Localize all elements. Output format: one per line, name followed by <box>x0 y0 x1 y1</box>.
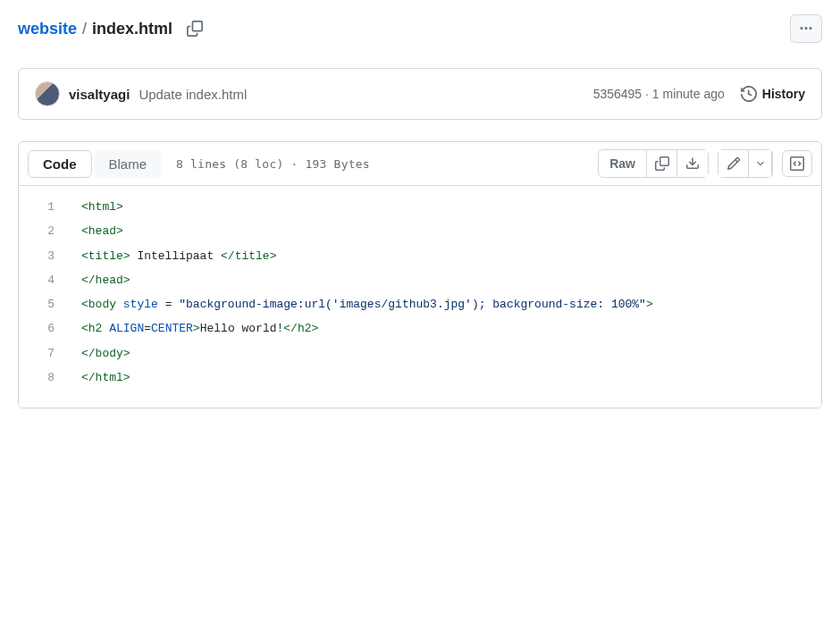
commit-right: 5356495 · 1 minute ago History <box>593 86 805 102</box>
line-content[interactable]: </head> <box>81 268 821 292</box>
commit-left: visaltyagi Update index.html <box>35 81 247 106</box>
line-number[interactable]: 4 <box>19 268 81 292</box>
commit-author[interactable]: visaltyagi <box>69 87 130 102</box>
line-content[interactable]: <head> <box>81 219 821 243</box>
code-line: 5<body style = "background-image:url('im… <box>19 292 821 316</box>
commit-sha[interactable]: 5356495 <box>593 87 643 101</box>
code-line: 4</head> <box>19 268 821 292</box>
line-content[interactable]: <body style = "background-image:url('ima… <box>81 292 821 316</box>
download-raw-button[interactable] <box>677 150 708 177</box>
history-icon <box>741 86 757 102</box>
breadcrumb-separator: / <box>82 20 87 38</box>
file-stats: 8 lines (8 loc) · 193 Bytes <box>176 157 370 171</box>
more-options-button[interactable]: ··· <box>790 14 822 43</box>
copy-icon <box>655 156 669 171</box>
line-content[interactable]: </html> <box>81 366 821 390</box>
header-row: website / index.html ··· <box>18 14 822 43</box>
tab-code[interactable]: Code <box>28 150 92 178</box>
code-line: 3<title> Intellipaat </title> <box>19 244 821 268</box>
line-number[interactable]: 3 <box>19 244 81 268</box>
avatar[interactable] <box>35 81 60 106</box>
toolbar-right: Raw <box>598 149 812 178</box>
raw-group: Raw <box>598 149 709 178</box>
tab-blame[interactable]: Blame <box>94 150 163 178</box>
line-number[interactable]: 2 <box>19 219 81 243</box>
meta-dot: · <box>645 87 652 101</box>
breadcrumb: website / index.html <box>18 17 206 40</box>
edit-dropdown-button[interactable] <box>749 150 772 177</box>
line-content[interactable]: <h2 ALIGN=CENTER>Hello world!</h2> <box>81 316 821 341</box>
symbols-button[interactable] <box>782 150 812 177</box>
code-square-icon <box>790 156 804 171</box>
copy-path-button[interactable] <box>183 17 206 40</box>
code-box: Code Blame 8 lines (8 loc) · 193 Bytes R… <box>18 141 822 408</box>
copy-icon <box>187 21 203 37</box>
history-link[interactable]: History <box>741 86 805 102</box>
pencil-icon <box>727 156 741 171</box>
line-number[interactable]: 5 <box>19 292 81 316</box>
commit-time: 1 minute ago <box>652 87 725 101</box>
toolbar-left: Code Blame 8 lines (8 loc) · 193 Bytes <box>28 150 370 178</box>
line-content[interactable]: <title> Intellipaat </title> <box>81 244 821 268</box>
code-line: 8</html> <box>19 366 821 390</box>
edit-group <box>718 149 773 178</box>
line-content[interactable]: <html> <box>81 195 821 219</box>
chevron-down-icon <box>755 158 766 169</box>
commit-message[interactable]: Update index.html <box>139 87 247 102</box>
edit-button[interactable] <box>718 150 749 177</box>
line-number[interactable]: 6 <box>19 316 81 341</box>
code-line: 6<h2 ALIGN=CENTER>Hello world!</h2> <box>19 316 821 341</box>
code-line: 7</body> <box>19 341 821 366</box>
line-number[interactable]: 7 <box>19 341 81 366</box>
breadcrumb-dir[interactable]: website <box>18 20 77 38</box>
code-line: 1<html> <box>19 195 821 219</box>
download-icon <box>685 156 700 171</box>
latest-commit-box: visaltyagi Update index.html 5356495 · 1… <box>18 68 822 120</box>
code-area[interactable]: 1<html>2<head>3<title> Intellipaat </tit… <box>19 186 821 408</box>
history-label: History <box>762 87 805 101</box>
commit-meta: 5356495 · 1 minute ago <box>593 87 725 101</box>
raw-button[interactable]: Raw <box>599 150 647 177</box>
code-toolbar: Code Blame 8 lines (8 loc) · 193 Bytes R… <box>19 142 821 186</box>
line-number[interactable]: 1 <box>19 195 81 219</box>
kebab-icon: ··· <box>799 20 812 38</box>
line-content[interactable]: </body> <box>81 341 821 366</box>
copy-raw-button[interactable] <box>647 150 677 177</box>
code-line: 2<head> <box>19 219 821 243</box>
line-number[interactable]: 8 <box>19 366 81 390</box>
breadcrumb-file: index.html <box>92 20 172 38</box>
